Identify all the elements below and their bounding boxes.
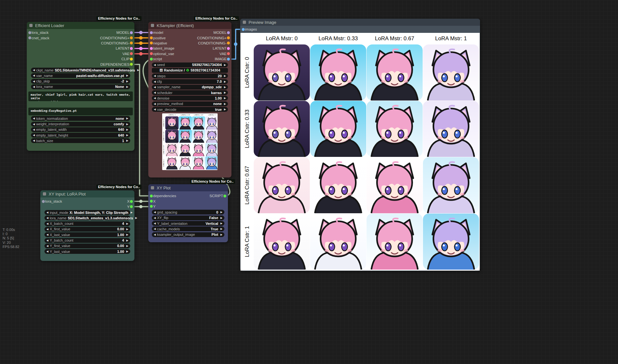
node-titlebar[interactable]: XY Input: LoRA Plot [40, 190, 134, 197]
increment-arrow-icon[interactable]: ▶ [126, 74, 128, 77]
node-preview-image[interactable]: Preview Image images LoRA Mstr: 0LoRA Ms… [240, 19, 480, 271]
output-dot-CONDITIONING-[interactable] [130, 42, 133, 44]
decrement-arrow-icon[interactable]: ◀ [46, 222, 48, 225]
output-dot-CONDITIONING-[interactable] [227, 42, 230, 44]
output-dot-CONDITIONING+[interactable] [130, 36, 133, 39]
input-dot-lora_stack[interactable] [28, 31, 31, 34]
decrement-arrow-icon[interactable]: ◀ [33, 80, 35, 83]
increment-arrow-icon[interactable]: ▶ [126, 250, 128, 253]
increment-arrow-icon[interactable]: ▶ [221, 233, 222, 236]
decrement-arrow-icon[interactable]: ◀ [46, 233, 48, 236]
decrement-arrow-icon[interactable]: ◀ [154, 222, 156, 225]
widget-sampler_name[interactable]: ◀sampler_namedpmpp_sde▶ [152, 85, 228, 90]
widget-seed[interactable]: ◀seed593927061734304▶ [152, 62, 228, 67]
widget-empty_latent_height[interactable]: ◀empty_latent_height640▶ [31, 133, 130, 138]
widget-ckpt_name[interactable]: ◀ckpt_nameSD1.5\bluemixTMNDEnhanced_v10.… [31, 68, 130, 72]
decrement-arrow-icon[interactable]: ◀ [154, 74, 156, 77]
increment-arrow-icon[interactable]: ▶ [126, 134, 128, 137]
decrement-arrow-icon[interactable]: ◀ [33, 85, 35, 88]
output-dot-LATENT[interactable] [227, 47, 230, 50]
input-dot-negative[interactable] [150, 42, 153, 44]
input-dot-X[interactable] [150, 200, 153, 203]
increment-arrow-icon[interactable]: ▶ [221, 211, 222, 214]
widget-weight_interpretation[interactable]: ◀weight_interpretationcomfy▶ [31, 122, 130, 127]
node-titlebar[interactable]: Efficient Loader [27, 22, 134, 29]
increment-arrow-icon[interactable]: ▶ [126, 117, 128, 120]
widget-batch_size[interactable]: ◀batch_size1▶ [31, 138, 130, 143]
widget-Y_last_value[interactable]: ◀Y_last_value1.00▶ [44, 249, 130, 254]
widget-lora_name[interactable]: ◀lora_nameNone▶ [31, 84, 130, 89]
increment-arrow-icon[interactable]: ▶ [126, 80, 128, 83]
input-dot-Y[interactable] [150, 205, 153, 208]
increment-arrow-icon[interactable]: ▶ [126, 244, 128, 247]
increment-arrow-icon[interactable]: ▶ [126, 228, 128, 231]
increment-arrow-icon[interactable]: ▶ [224, 63, 226, 66]
output-dot-IMAGE[interactable] [227, 58, 230, 61]
node-graph-canvas[interactable]: Efficiency Nodes for Co.. Efficiency Nod… [0, 0, 618, 364]
widget-X_first_value[interactable]: ◀X_first_value0.00▶ [44, 227, 130, 232]
decrement-arrow-icon[interactable]: ◀ [154, 227, 156, 230]
increment-arrow-icon[interactable]: ▶ [135, 216, 137, 219]
widget-empty_latent_width[interactable]: ◀empty_latent_width640▶ [31, 127, 130, 132]
randomize-seed-button[interactable]: ⚄Randomize /♻593927061734304 [152, 68, 228, 73]
output-dot-Y[interactable] [130, 205, 133, 208]
increment-arrow-icon[interactable]: ▶ [221, 216, 222, 219]
input-dot-optional_vae[interactable] [150, 52, 153, 55]
widget-steps[interactable]: ◀steps20▶ [152, 73, 228, 78]
widget-token_normalization[interactable]: ◀token_normalizationnone▶ [31, 116, 130, 121]
widget-scheduler[interactable]: ◀schedulerkarras▶ [152, 90, 228, 95]
decrement-arrow-icon[interactable]: ◀ [33, 134, 35, 137]
decrement-arrow-icon[interactable]: ◀ [33, 139, 35, 142]
widget-Y_first_value[interactable]: ◀Y_first_value0.00▶ [44, 244, 130, 248]
prompt-textbox[interactable]: master, chief 1girl, pink hair,cat ears,… [28, 91, 133, 101]
widget-ksampler_output_image[interactable]: ◀ksampler_output_imagePlot▶ [152, 232, 224, 237]
decrement-arrow-icon[interactable]: ◀ [46, 244, 48, 247]
increment-arrow-icon[interactable]: ▶ [224, 80, 226, 83]
output-dot-CONDITIONING+[interactable] [227, 36, 230, 39]
increment-arrow-icon[interactable]: ▶ [224, 102, 226, 105]
prompt-textbox[interactable]: embedding:EasyNegative.pt [28, 108, 133, 115]
node-titlebar[interactable]: Preview Image [240, 19, 480, 26]
decrement-arrow-icon[interactable]: ◀ [33, 128, 35, 131]
collapse-icon[interactable] [151, 186, 154, 189]
collapse-icon[interactable] [43, 192, 46, 196]
increment-arrow-icon[interactable]: ▶ [224, 74, 226, 77]
widget-cfg[interactable]: ◀cfg7.0▶ [152, 79, 228, 84]
decrement-arrow-icon[interactable]: ◀ [154, 63, 156, 66]
decrement-arrow-icon[interactable]: ◀ [46, 211, 48, 214]
decrement-arrow-icon[interactable]: ◀ [154, 216, 156, 219]
increment-arrow-icon[interactable]: ▶ [126, 239, 128, 242]
widget-clip_skip[interactable]: ◀clip_skip-2▶ [31, 79, 130, 84]
decrement-arrow-icon[interactable]: ◀ [154, 91, 156, 94]
widget-Y_label_orientation[interactable]: ◀Y_label_orientationVertical▶ [152, 221, 224, 226]
decrement-arrow-icon[interactable]: ◀ [46, 239, 48, 242]
node-efficient-loader[interactable]: Efficient Loader lora_stackMODELcnet_sta… [27, 22, 134, 151]
input-dot-lora_stack[interactable] [42, 200, 45, 203]
decrement-arrow-icon[interactable]: ◀ [154, 108, 156, 111]
decrement-arrow-icon[interactable]: ◀ [33, 123, 35, 126]
output-dot-MODEL[interactable] [227, 31, 230, 34]
increment-arrow-icon[interactable]: ▶ [221, 222, 222, 225]
decrement-arrow-icon[interactable]: ◀ [33, 74, 35, 77]
widget-input_mode[interactable]: ◀input_modeX: Model Strength, Y: Clip St… [44, 210, 130, 215]
widget-XY_flip[interactable]: ◀XY_flipFalse▶ [152, 216, 224, 220]
input-dot-latent_image[interactable] [150, 47, 153, 50]
output-dot-LATENT[interactable] [130, 47, 133, 50]
increment-arrow-icon[interactable]: ▶ [131, 211, 132, 214]
increment-arrow-icon[interactable]: ▶ [126, 222, 128, 225]
decrement-arrow-icon[interactable]: ◀ [154, 97, 156, 100]
decrement-arrow-icon[interactable]: ◀ [154, 211, 156, 214]
increment-arrow-icon[interactable]: ▶ [224, 97, 226, 100]
widget-Y_batch_count[interactable]: ◀Y_batch_count4▶ [44, 238, 130, 243]
node-titlebar[interactable]: XY Plot [148, 184, 228, 191]
decrement-arrow-icon[interactable]: ◀ [33, 69, 35, 72]
widget-vae_name[interactable]: ◀vae_namepastel-waifu-diffusion.vae.pt▶ [31, 73, 130, 78]
increment-arrow-icon[interactable]: ▶ [137, 69, 139, 72]
widget-cache_models[interactable]: ◀cache_modelsTrue▶ [152, 226, 224, 231]
input-dot-dependencies[interactable] [150, 195, 153, 197]
decrement-arrow-icon[interactable]: ◀ [154, 102, 156, 105]
output-dot-VAE[interactable] [130, 52, 133, 55]
decrement-arrow-icon[interactable]: ◀ [154, 80, 156, 83]
increment-arrow-icon[interactable]: ▶ [224, 108, 226, 111]
output-dot-DEPENDENCIES[interactable] [130, 63, 133, 66]
